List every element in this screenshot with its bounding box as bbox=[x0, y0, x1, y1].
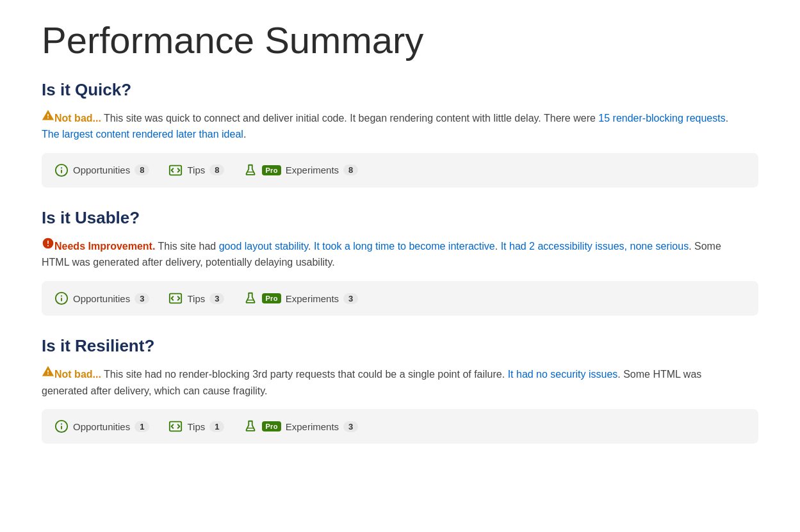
badge-label-tips: Tips bbox=[187, 293, 205, 304]
svg-rect-6 bbox=[47, 241, 49, 244]
info-icon bbox=[54, 291, 69, 305]
badge-count-opportunities: 1 bbox=[135, 421, 149, 432]
badge-count-opportunities: 8 bbox=[135, 165, 149, 175]
pro-badge: Pro bbox=[262, 165, 281, 175]
badge-label-experiments: Experiments bbox=[286, 165, 339, 175]
badge-bar-usable: Opportunities3 Tips3 ProExperiments3 bbox=[42, 281, 758, 316]
badge-label-tips: Tips bbox=[187, 165, 205, 175]
section-body-usable: Needs Improvement. This site had good la… bbox=[42, 237, 746, 271]
badge-label-opportunities: Opportunities bbox=[73, 421, 130, 432]
accessibility-link[interactable]: It had 2 accessibility issues, none seri… bbox=[501, 241, 689, 252]
layout-stability-link[interactable]: good layout stability bbox=[219, 241, 308, 252]
render-blocking-link[interactable]: 15 render-blocking requests bbox=[598, 113, 725, 124]
badge-count-experiments: 3 bbox=[343, 293, 358, 304]
flask-icon bbox=[243, 291, 257, 305]
security-link[interactable]: It had no security issues bbox=[508, 369, 618, 380]
section-resilient: Is it Resilient? Not bad... This site ha… bbox=[42, 336, 758, 444]
section-heading-resilient: Is it Resilient? bbox=[42, 336, 758, 356]
section-usable: Is it Usable? Needs Improvement. This si… bbox=[42, 208, 758, 316]
badge-opportunities-usable[interactable]: Opportunities3 bbox=[54, 291, 149, 305]
badge-label-tips: Tips bbox=[187, 421, 205, 432]
svg-rect-15 bbox=[61, 426, 62, 430]
svg-point-14 bbox=[61, 423, 62, 424]
badge-experiments-quick[interactable]: ProExperiments8 bbox=[243, 163, 358, 177]
badge-count-experiments: 3 bbox=[343, 421, 358, 432]
flask-icon bbox=[243, 163, 257, 177]
code-icon bbox=[168, 419, 183, 433]
badge-bar-quick: Opportunities8 Tips8 ProExperiments8 bbox=[42, 153, 758, 188]
pro-badge: Pro bbox=[262, 293, 281, 303]
section-body-resilient: Not bad... This site had no render-block… bbox=[42, 365, 746, 399]
flask-icon bbox=[243, 419, 257, 433]
svg-point-7 bbox=[47, 245, 49, 246]
interactive-link[interactable]: It took a long time to become interactiv… bbox=[314, 241, 495, 252]
badge-label-experiments: Experiments bbox=[286, 421, 339, 432]
code-icon bbox=[168, 163, 183, 177]
badge-label-opportunities: Opportunities bbox=[73, 293, 130, 304]
badge-experiments-resilient[interactable]: ProExperiments3 bbox=[243, 419, 358, 433]
page-title: Performance Summary bbox=[42, 19, 758, 62]
status-label-usable: Needs Improvement. bbox=[54, 241, 155, 252]
badge-bar-resilient: Opportunities1 Tips1 ProExperiments3 bbox=[42, 409, 758, 444]
badge-count-tips: 8 bbox=[209, 165, 224, 175]
badge-tips-usable[interactable]: Tips3 bbox=[168, 291, 224, 305]
info-icon bbox=[54, 163, 69, 177]
info-icon bbox=[54, 419, 69, 433]
badge-label-experiments: Experiments bbox=[286, 293, 339, 304]
status-label-quick: Not bad... bbox=[54, 113, 101, 124]
section-quick: Is it Quick? Not bad... This site was qu… bbox=[42, 80, 758, 188]
warning-icon bbox=[42, 113, 54, 124]
section-heading-quick: Is it Quick? bbox=[42, 80, 758, 100]
badge-count-tips: 1 bbox=[209, 421, 224, 432]
badge-count-tips: 3 bbox=[209, 293, 224, 304]
badge-count-experiments: 8 bbox=[343, 165, 358, 175]
badge-label-opportunities: Opportunities bbox=[73, 165, 130, 175]
section-heading-usable: Is it Usable? bbox=[42, 208, 758, 228]
badge-opportunities-resilient[interactable]: Opportunities1 bbox=[54, 419, 149, 433]
lcp-link[interactable]: The largest content rendered later than … bbox=[42, 129, 243, 140]
badge-experiments-usable[interactable]: ProExperiments3 bbox=[243, 291, 358, 305]
badge-tips-quick[interactable]: Tips8 bbox=[168, 163, 224, 177]
svg-rect-2 bbox=[61, 170, 62, 173]
svg-point-9 bbox=[61, 295, 62, 296]
section-body-quick: Not bad... This site was quick to connec… bbox=[42, 109, 746, 143]
warning-icon bbox=[42, 369, 54, 380]
code-icon bbox=[168, 291, 183, 305]
error-icon bbox=[42, 241, 54, 252]
badge-opportunities-quick[interactable]: Opportunities8 bbox=[54, 163, 149, 177]
svg-rect-10 bbox=[61, 298, 62, 302]
pro-badge: Pro bbox=[262, 421, 281, 431]
badge-count-opportunities: 3 bbox=[135, 293, 149, 304]
svg-point-1 bbox=[61, 167, 62, 168]
status-label-resilient: Not bad... bbox=[54, 369, 101, 380]
badge-tips-resilient[interactable]: Tips1 bbox=[168, 419, 224, 433]
